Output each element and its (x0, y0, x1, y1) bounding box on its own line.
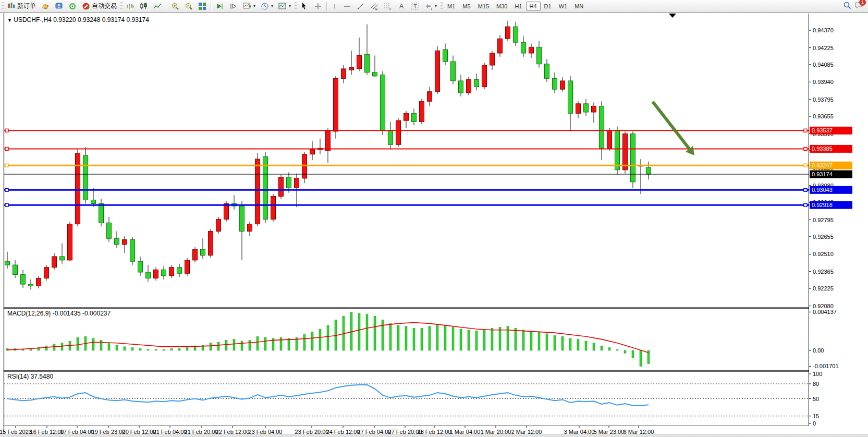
chart-template-icon[interactable]: ▾ (276, 1, 294, 12)
timeframe-m1[interactable]: M1 (444, 2, 459, 11)
svg-text:0.93043: 0.93043 (812, 187, 833, 193)
timeframe-m5[interactable]: M5 (459, 2, 474, 11)
symbol-period-label: USDCHF-,H4 (14, 16, 52, 23)
svg-text:6 Mar 12:00: 6 Mar 12:00 (624, 429, 654, 434)
svg-text:-0.001701: -0.001701 (813, 363, 839, 369)
svg-text:A: A (399, 3, 404, 10)
new-order-button[interactable]: 新订单 (5, 1, 39, 12)
svg-text:1 Mar 04:00: 1 Mar 04:00 (450, 429, 481, 434)
zoom-out-icon[interactable] (182, 1, 195, 12)
svg-text:0.92080: 0.92080 (813, 303, 834, 309)
chart-canvas[interactable]: 0.943700.942250.940850.939400.937950.936… (0, 13, 868, 434)
equidistant-channel-icon[interactable]: E (368, 1, 381, 12)
svg-text:50: 50 (813, 396, 819, 402)
cursor-icon[interactable] (298, 1, 311, 12)
svg-text:1 Mar 20:00: 1 Mar 20:00 (481, 429, 511, 434)
svg-text:T: T (413, 3, 417, 9)
toolbar-drag-handle[interactable] (120, 2, 123, 10)
svg-text:0: 0 (813, 420, 816, 427)
shapes-icon[interactable]: ▾ (422, 1, 439, 12)
autotrading-icon (82, 2, 90, 10)
svg-text:16 Feb 12:00: 16 Feb 12:00 (30, 429, 64, 434)
search-icon[interactable] (843, 1, 851, 11)
bar-chart-icon[interactable] (124, 1, 137, 12)
svg-text:21 Feb 04:00: 21 Feb 04:00 (153, 429, 187, 434)
svg-text:5 Mar 23:00: 5 Mar 23:00 (594, 429, 625, 434)
collapse-ohlc-icon[interactable]: ▼ (7, 18, 12, 23)
svg-text:20 Feb 12:00: 20 Feb 12:00 (123, 429, 156, 434)
svg-text:0.92918: 0.92918 (812, 202, 833, 208)
timeframe-d1[interactable]: D1 (541, 2, 555, 11)
toolbar-drag-handle[interactable] (295, 2, 297, 10)
svg-text:27 Feb 04:00: 27 Feb 04:00 (358, 429, 392, 434)
ohlc-close: 0.93174 (126, 16, 149, 23)
svg-text:80: 80 (813, 381, 819, 387)
timeframe-m15[interactable]: M15 (474, 2, 493, 11)
vertical-line-icon[interactable] (329, 1, 340, 12)
trendline-icon[interactable] (354, 1, 368, 12)
svg-text:F: F (389, 7, 392, 10)
svg-text:0.004137: 0.004137 (813, 309, 837, 315)
svg-text:15 Feb 2023: 15 Feb 2023 (0, 429, 32, 434)
svg-text:0.94085: 0.94085 (813, 62, 834, 68)
svg-text:15: 15 (813, 413, 819, 419)
svg-text:22 Feb 12:00: 22 Feb 12:00 (216, 429, 250, 434)
line-chart-icon[interactable] (151, 1, 164, 12)
indicators-add-icon[interactable]: ▾ (240, 1, 258, 12)
signals-icon[interactable] (66, 1, 79, 12)
zoom-in-icon[interactable] (168, 1, 182, 12)
svg-text:0.92795: 0.92795 (813, 217, 834, 223)
gold-bar-icon[interactable] (39, 1, 52, 12)
fibonacci-icon[interactable]: F (381, 1, 395, 12)
toolbar: 新订单 自动交易 ▾ ▾ ▾ E F A T ▾ M (0, 0, 868, 13)
ohlc-high: 0.93248 (78, 16, 100, 23)
toolbar-drag-handle[interactable] (2, 2, 4, 10)
svg-text:17 Feb 04:00: 17 Feb 04:00 (60, 429, 94, 434)
svg-text:0.93795: 0.93795 (813, 96, 834, 103)
ohlc-low: 0.93174 (102, 16, 125, 23)
svg-text:23 Feb 20:00: 23 Feb 20:00 (295, 429, 329, 434)
svg-text:100: 100 (813, 371, 822, 377)
chart-title: ▼ USDCHF-,H4 0.93220 0.93248 0.93174 0.9… (7, 16, 149, 23)
svg-text:0.93174: 0.93174 (812, 171, 833, 177)
svg-text:0.94370: 0.94370 (813, 27, 834, 33)
svg-text:19 Feb 23:00: 19 Feb 23:00 (92, 429, 126, 434)
crosshair-icon[interactable] (311, 1, 325, 12)
new-order-icon (8, 2, 16, 10)
svg-text:0.93247: 0.93247 (812, 162, 833, 168)
community-icon[interactable] (52, 1, 66, 12)
svg-text:2 Mar 12:00: 2 Mar 12:00 (511, 429, 542, 434)
autotrading-button[interactable]: 自动交易 (79, 1, 119, 12)
horizontal-line-icon[interactable] (340, 1, 354, 12)
text-label-icon[interactable]: T (408, 1, 422, 12)
svg-text:E: E (375, 7, 377, 10)
tile-windows-icon[interactable] (195, 1, 209, 12)
timeframe-mn[interactable]: MN (571, 2, 587, 11)
notification-badge: 1 (859, 0, 866, 6)
chart-shift-icon[interactable] (227, 1, 240, 12)
svg-text:0.93385: 0.93385 (812, 145, 833, 152)
svg-text:0.93940: 0.93940 (813, 79, 834, 85)
ohlc-open: 0.93220 (53, 16, 76, 23)
svg-text:0.92510: 0.92510 (813, 251, 834, 257)
timeframe-h4[interactable]: H4 (526, 2, 541, 11)
svg-text:0.94225: 0.94225 (813, 45, 834, 51)
mt4-window: 新订单 自动交易 ▾ ▾ ▾ E F A T ▾ M (0, 0, 868, 437)
periods-clock-icon[interactable]: ▾ (258, 1, 276, 12)
timeframe-m30[interactable]: M30 (493, 2, 511, 11)
svg-text:0.92365: 0.92365 (813, 269, 834, 275)
timeframe-w1[interactable]: W1 (555, 2, 571, 11)
auto-scroll-icon[interactable] (213, 1, 227, 12)
svg-text:0.92655: 0.92655 (813, 234, 834, 240)
svg-text:0.93537: 0.93537 (812, 127, 833, 133)
svg-text:3 Mar 04:00: 3 Mar 04:00 (564, 429, 595, 434)
svg-text:0.00: 0.00 (813, 347, 824, 354)
rsi-label: RSI(14) 37.5480 (7, 373, 53, 380)
chart-window: 0.943700.942250.940850.939400.937950.936… (0, 13, 868, 434)
toolbar-drag-handle[interactable] (441, 2, 443, 10)
text-a-icon[interactable]: A (395, 1, 408, 12)
chat-icon[interactable]: 1 (854, 1, 863, 11)
timeframe-h1[interactable]: H1 (511, 2, 525, 11)
candlestick-chart-icon[interactable] (137, 1, 151, 12)
svg-text:0.93655: 0.93655 (813, 113, 834, 119)
